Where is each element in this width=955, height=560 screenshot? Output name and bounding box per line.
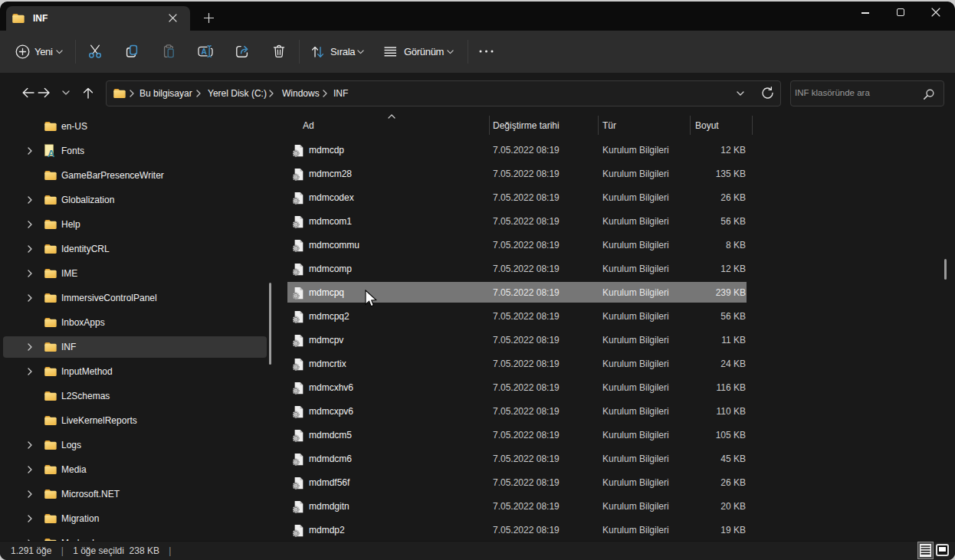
svg-text:A: A — [202, 47, 207, 56]
